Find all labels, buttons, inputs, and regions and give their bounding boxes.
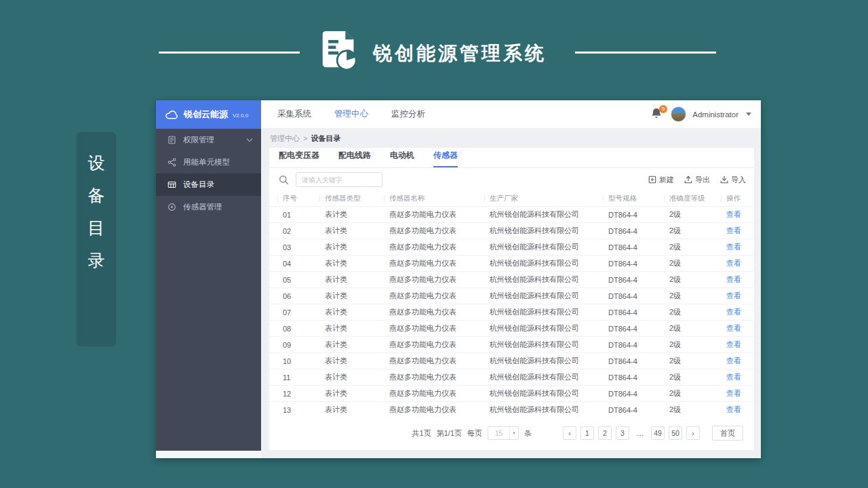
decor-line-right <box>575 52 716 54</box>
cell-accuracy: 2级 <box>664 340 721 350</box>
tab-motor[interactable]: 电动机 <box>390 150 414 167</box>
view-link[interactable]: 查看 <box>726 388 741 399</box>
cell-serial: 08 <box>277 325 319 333</box>
view-link[interactable]: 查看 <box>726 323 741 333</box>
cell-manufacturer: 杭州锐创能源科技有限公司 <box>484 242 603 252</box>
breadcrumb: 管理中心 > 设备目录 <box>261 129 761 148</box>
view-link[interactable]: 查看 <box>726 307 741 317</box>
nav-item-collection-system[interactable]: 采集系统 <box>277 108 311 120</box>
table-row: 08 表计类 燕赵多功能电力仪表 杭州锐创能源科技有限公司 DT864-4 2级… <box>269 320 754 336</box>
cell-accuracy: 2级 <box>664 372 721 382</box>
cell-serial: 10 <box>277 357 319 365</box>
view-link[interactable]: 查看 <box>726 226 741 236</box>
brand-name: 锐创云能源 <box>184 108 228 121</box>
view-link[interactable]: 查看 <box>726 274 741 285</box>
table-row: 13 表计类 燕赵多功能电力仪表 杭州锐创能源科技有限公司 DT864-4 2级… <box>269 401 754 418</box>
column-header-sensor-name: 传感器名称 <box>384 194 484 203</box>
cell-sensor-name: 燕赵多功能电力仪表 <box>384 274 484 285</box>
cell-sensor-name: 燕赵多功能电力仪表 <box>384 356 484 366</box>
cell-serial: 13 <box>277 406 319 414</box>
cell-manufacturer: 杭州锐创能源科技有限公司 <box>484 258 603 268</box>
cell-sensor-type: 表计类 <box>319 388 384 399</box>
app-logo: 锐创云能源 V2.0.0 <box>156 100 261 129</box>
table-row: 02 表计类 燕赵多功能电力仪表 杭州锐创能源科技有限公司 DT864-4 2级… <box>269 222 754 239</box>
view-link[interactable]: 查看 <box>726 405 741 415</box>
breadcrumb-parent[interactable]: 管理中心 <box>270 134 300 144</box>
cell-sensor-name: 燕赵多功能电力仪表 <box>384 340 484 350</box>
table-body: 01 表计类 燕赵多功能电力仪表 杭州锐创能源科技有限公司 DT864-4 2级… <box>269 206 754 418</box>
search-input[interactable] <box>296 172 382 187</box>
tab-sensor[interactable]: 传感器 <box>433 150 458 167</box>
first-page-button[interactable]: 首页 <box>712 426 743 441</box>
cell-actions: 查看 删除 <box>721 307 746 317</box>
cell-model: DT864-4 <box>603 276 664 284</box>
cell-sensor-type: 表计类 <box>319 405 384 415</box>
view-link[interactable]: 查看 <box>726 242 741 252</box>
top-navbar: 采集系统 管理中心 监控分析 5 Administrator <box>261 100 761 129</box>
cell-sensor-name: 燕赵多功能电力仪表 <box>384 405 484 415</box>
view-link[interactable]: 查看 <box>726 291 741 301</box>
view-link[interactable]: 查看 <box>726 356 741 366</box>
cell-serial: 09 <box>277 341 319 349</box>
sidebar-item-device-catalog[interactable]: 设备目录 <box>156 174 261 196</box>
side-tag-char: 目 <box>88 211 105 244</box>
import-button[interactable]: 导入 <box>720 175 746 185</box>
cell-serial: 12 <box>277 390 319 398</box>
new-button[interactable]: 新建 <box>648 175 674 185</box>
sidebar-item-sensor-management[interactable]: 传感器管理 <box>156 196 261 218</box>
cell-sensor-type: 表计类 <box>319 307 384 317</box>
cell-serial: 03 <box>277 243 319 251</box>
user-menu-caret-icon[interactable] <box>746 113 751 116</box>
tab-distribution-transformer[interactable]: 配电变压器 <box>279 150 319 167</box>
page-button-2[interactable]: 2 <box>598 426 612 440</box>
per-page-prefix: 每页 <box>467 428 482 439</box>
view-link[interactable]: 查看 <box>726 209 741 220</box>
tab-distribution-line[interactable]: 配电线路 <box>338 150 371 167</box>
column-header-actions: 操作 <box>721 194 746 203</box>
prev-page-button[interactable]: ‹ <box>563 426 576 440</box>
cell-serial: 01 <box>277 211 319 219</box>
page-button-3[interactable]: 3 <box>616 426 629 440</box>
cell-sensor-type: 表计类 <box>319 242 384 252</box>
page-button-49[interactable]: 49 <box>651 426 665 440</box>
page-button-1[interactable]: 1 <box>580 426 594 440</box>
view-link[interactable]: 查看 <box>726 340 741 350</box>
pagination-bar: 共1页 第1/1页 每页 15 ▾ 条 ‹ 1 2 3 … 49 50 <box>269 420 754 450</box>
table-header: 序号 传感器类型 传感器名称 生产厂家 型号规格 准确度等级 操作 <box>269 191 754 206</box>
cell-sensor-type: 表计类 <box>319 274 384 285</box>
sidebar-item-permission-management[interactable]: 权限管理 <box>156 129 261 151</box>
cell-sensor-name: 燕赵多功能电力仪表 <box>384 258 484 268</box>
cell-accuracy: 2级 <box>664 258 721 268</box>
cell-sensor-type: 表计类 <box>319 258 384 268</box>
cell-sensor-name: 燕赵多功能电力仪表 <box>384 242 484 252</box>
cell-actions: 查看 删除 <box>721 291 746 301</box>
next-page-button[interactable]: › <box>686 426 700 440</box>
cell-actions: 查看 删除 <box>721 258 746 268</box>
nav-item-monitoring-analysis[interactable]: 监控分析 <box>391 108 425 120</box>
cell-sensor-name: 燕赵多功能电力仪表 <box>384 291 484 301</box>
page-button-50[interactable]: 50 <box>669 426 682 440</box>
export-button[interactable]: 导出 <box>684 175 710 185</box>
cell-model: DT864-4 <box>603 308 664 317</box>
app-window: 锐创云能源 V2.0.0 权限管理 用能单元模型 <box>156 100 761 458</box>
current-page-label: 第1/1页 <box>437 428 462 439</box>
cell-accuracy: 2级 <box>664 226 721 236</box>
cell-model: DT864-4 <box>603 341 664 349</box>
cell-serial: 11 <box>277 373 319 382</box>
nav-item-management-center[interactable]: 管理中心 <box>334 108 368 120</box>
cell-manufacturer: 杭州锐创能源科技有限公司 <box>484 307 603 317</box>
cell-manufacturer: 杭州锐创能源科技有限公司 <box>484 356 603 366</box>
view-link[interactable]: 查看 <box>726 372 741 382</box>
notification-bell-icon[interactable]: 5 <box>651 107 665 122</box>
column-header-manufacturer: 生产厂家 <box>484 194 603 203</box>
total-pages-label: 共1页 <box>412 428 431 439</box>
cell-serial: 06 <box>277 292 319 300</box>
view-link[interactable]: 查看 <box>726 258 741 268</box>
per-page-suffix: 条 <box>524 428 532 439</box>
sidebar-item-energy-unit-model[interactable]: 用能单元模型 <box>156 151 261 174</box>
table-row: 06 表计类 燕赵多功能电力仪表 杭州锐创能源科技有限公司 DT864-4 2级… <box>269 287 754 304</box>
per-page-select[interactable]: 15 ▾ <box>488 426 519 440</box>
cell-model: DT864-4 <box>603 357 664 365</box>
avatar[interactable] <box>671 106 686 122</box>
decor-line-left <box>159 52 300 54</box>
